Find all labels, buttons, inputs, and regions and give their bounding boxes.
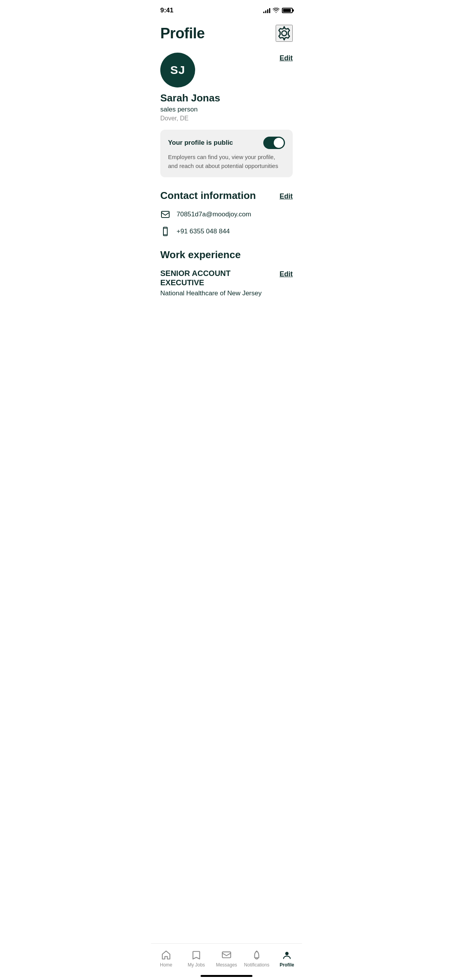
- work-edit-button[interactable]: Edit: [280, 270, 293, 278]
- work-experience-list: SENIOR ACCOUNT EXECUTIVE Edit National H…: [160, 269, 293, 297]
- public-profile-header: Your profile is public: [168, 137, 285, 149]
- user-location: Dover, DE: [160, 115, 293, 122]
- page-title: Profile: [160, 25, 205, 42]
- status-icons: [263, 8, 293, 13]
- work-entry-header: SENIOR ACCOUNT EXECUTIVE Edit: [160, 269, 293, 287]
- avatar: SJ: [160, 53, 195, 87]
- email-icon: [160, 209, 170, 219]
- user-name: Sarah Jonas: [160, 92, 293, 104]
- settings-button[interactable]: [276, 25, 293, 42]
- profile-edit-button[interactable]: Edit: [280, 54, 293, 62]
- contact-section-title: Contact information: [160, 190, 256, 202]
- public-profile-title: Your profile is public: [168, 139, 233, 147]
- contact-edit-button[interactable]: Edit: [280, 192, 293, 200]
- work-entry: SENIOR ACCOUNT EXECUTIVE Edit National H…: [160, 269, 293, 297]
- main-content: Profile SJ Edit Sarah Jonas sales person…: [151, 19, 302, 347]
- public-profile-toggle[interactable]: [263, 137, 285, 149]
- contact-phone-item: +91 6355 048 844: [160, 226, 293, 236]
- email-address: 70851d7a@moodjoy.com: [177, 211, 251, 218]
- public-profile-card: Your profile is public Employers can fin…: [160, 130, 293, 177]
- gear-icon: [276, 26, 292, 41]
- status-time: 9:41: [160, 7, 173, 14]
- svg-point-4: [165, 235, 166, 236]
- contact-section-header: Contact information Edit: [160, 190, 293, 202]
- toggle-thumb: [274, 138, 284, 148]
- phone-icon: [160, 226, 170, 236]
- profile-header-row: SJ Edit: [160, 53, 293, 87]
- profile-section: SJ Edit Sarah Jonas sales person Dover, …: [160, 53, 293, 177]
- battery-icon: [282, 8, 293, 13]
- status-bar: 9:41: [151, 0, 302, 19]
- svg-rect-0: [161, 211, 169, 218]
- work-job-title: SENIOR ACCOUNT EXECUTIVE: [160, 269, 275, 287]
- wifi-icon: [273, 8, 280, 13]
- user-job-title: sales person: [160, 106, 293, 113]
- work-section-title: Work experience: [160, 249, 241, 261]
- work-section-header: Work experience: [160, 249, 293, 261]
- signal-icon: [263, 8, 270, 13]
- work-company: National Healthcare of New Jersey: [160, 290, 293, 297]
- public-profile-description: Employers can find you, view your profil…: [168, 153, 285, 170]
- contact-email-item: 70851d7a@moodjoy.com: [160, 209, 293, 219]
- phone-number: +91 6355 048 844: [177, 228, 230, 235]
- page-header: Profile: [160, 25, 293, 42]
